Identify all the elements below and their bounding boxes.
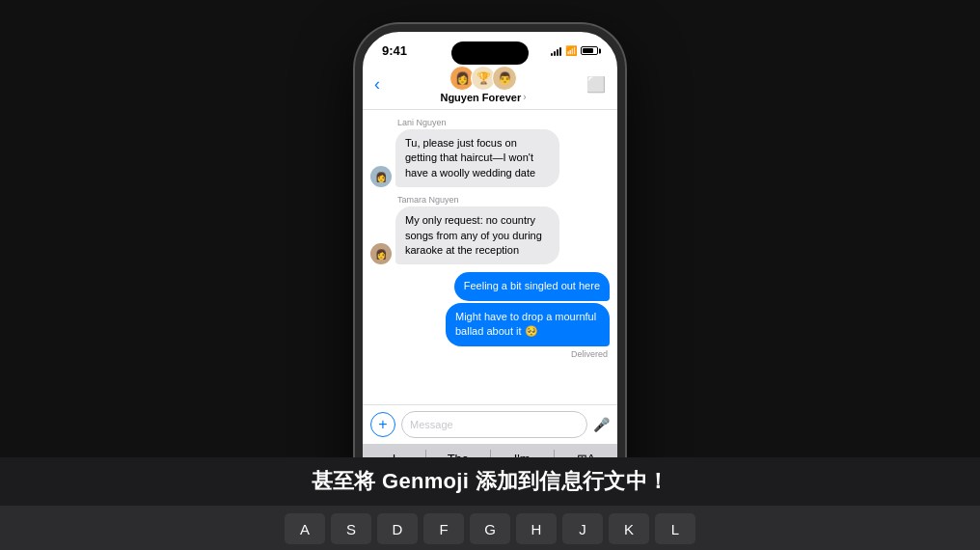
add-attachment-button[interactable]: + (370, 412, 395, 437)
bubble-2: My only request: no country songs from a… (395, 206, 559, 264)
avatar-2: 👨 (492, 66, 517, 91)
video-call-button[interactable]: ⬜ (586, 75, 606, 94)
messages-area: Lani Nguyen 👩 Tu, please just focus on g… (363, 110, 617, 404)
bottom-banner: 甚至将 Genmoji 添加到信息行文中！ A S D F G H J K L (0, 457, 980, 550)
banner-key-k[interactable]: K (609, 513, 649, 544)
nav-center[interactable]: 👩 🏆 👨 Nguyen Forever › (440, 66, 526, 103)
wifi-icon: 📶 (565, 45, 577, 56)
status-time: 9:41 (382, 43, 407, 58)
message-group-2: Tamara Nguyen 👩 My only request: no coun… (370, 195, 610, 264)
banner-key-l[interactable]: L (655, 513, 695, 544)
nav-bar: ‹ 👩 🏆 👨 Nguyen Forever › ⬜ (363, 62, 617, 110)
message-row-1: 👩 Tu, please just focus on getting that … (370, 129, 610, 187)
phone-mockup: 9:41 📶 ‹ 👩 🏆 👨 (355, 24, 625, 526)
message-group-1: Lani Nguyen 👩 Tu, please just focus on g… (370, 118, 610, 187)
dynamic-island (451, 41, 529, 65)
banner-key-f[interactable]: F (423, 513, 464, 544)
input-bar: + Message 🎤 (363, 404, 617, 444)
sender-name-1: Lani Nguyen (370, 118, 610, 127)
avatar-lani: 👩 (370, 166, 392, 187)
outgoing-group: Feeling a bit singled out here Might hav… (370, 272, 610, 358)
phone-screen: 9:41 📶 ‹ 👩 🏆 👨 (355, 24, 625, 526)
banner-key-h[interactable]: H (516, 513, 557, 544)
message-row-2: 👩 My only request: no country songs from… (370, 206, 610, 264)
group-name: Nguyen Forever (440, 92, 521, 103)
banner-key-j[interactable]: J (562, 513, 603, 544)
avatar-tamara: 👩 (370, 243, 392, 264)
battery-icon (581, 46, 598, 55)
banner-keyboard-row: A S D F G H J K L (0, 506, 980, 550)
bubble-outgoing-2: Might have to drop a mournful ballad abo… (446, 303, 610, 346)
banner-key-g[interactable]: G (470, 513, 510, 544)
group-avatars: 👩 🏆 👨 (449, 66, 517, 91)
banner-key-d[interactable]: D (377, 513, 418, 544)
input-placeholder: Message (410, 419, 453, 430)
message-input[interactable]: Message (401, 411, 587, 438)
bubble-1: Tu, please just focus on getting that ha… (395, 129, 559, 187)
banner-key-a[interactable]: A (285, 513, 325, 544)
status-icons: 📶 (551, 45, 598, 56)
bubble-outgoing-1: Feeling a bit singled out here (454, 272, 610, 300)
signal-icon (551, 46, 561, 56)
banner-text: 甚至将 Genmoji 添加到信息行文中！ (312, 467, 669, 496)
banner-key-s[interactable]: S (331, 513, 371, 544)
group-chevron: › (523, 92, 526, 102)
delivered-label: Delivered (571, 349, 610, 359)
sender-name-2: Tamara Nguyen (370, 195, 610, 205)
microphone-button[interactable]: 🎤 (593, 417, 610, 432)
banner-text-row: 甚至将 Genmoji 添加到信息行文中！ (0, 457, 980, 506)
back-button[interactable]: ‹ (374, 74, 380, 95)
